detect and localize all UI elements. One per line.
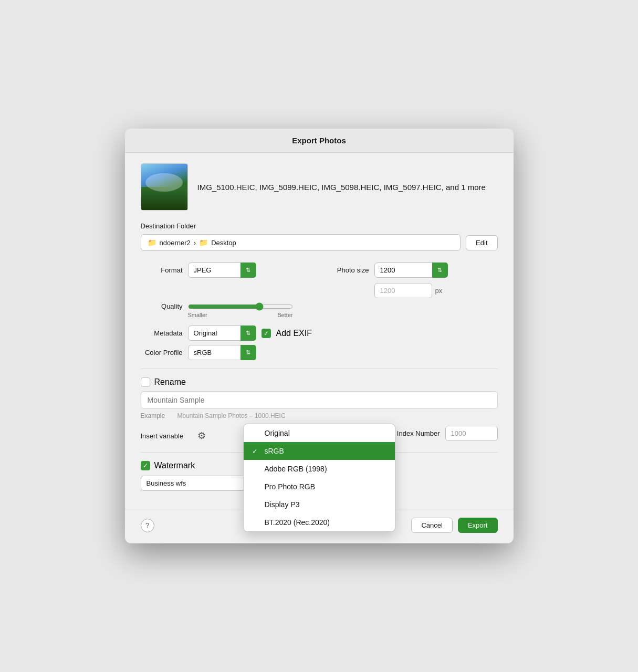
format-select[interactable]: JPEG PNG TIFF HEIF xyxy=(188,262,256,278)
thumbnail-image xyxy=(141,164,187,210)
quality-slider-labels: Smaller Better xyxy=(188,312,293,318)
px-field: 1200 px xyxy=(327,283,498,298)
photo-thumbnail xyxy=(141,163,188,211)
photo-size-field-row: Photo size 1200 ⇅ xyxy=(327,262,498,278)
dialog-title: Export Photos xyxy=(135,136,503,145)
dropdown-label-pro-photo: Pro Photo RGB xyxy=(265,482,316,491)
metadata-select-wrapper: Original ⇅ xyxy=(188,326,256,341)
photo-size-input-wrapper: 1200 ⇅ xyxy=(374,262,448,278)
footer-buttons: Cancel Export xyxy=(411,518,497,533)
file-names-label: IMG_5100.HEIC, IMG_5099.HEIC, IMG_5098.H… xyxy=(197,182,486,193)
folder-path: 📁 ndoerner2 › 📁 Desktop xyxy=(141,234,461,251)
quality-label: Quality xyxy=(141,302,183,310)
format-size-row: Format JPEG PNG TIFF HEIF ⇅ Photo size xyxy=(141,262,498,298)
insert-variable-row: Insert variable ⚙ xyxy=(141,430,206,442)
dropdown-label-srgb: sRGB xyxy=(265,447,284,455)
watermark-checkbox[interactable]: ✓ xyxy=(141,461,150,470)
photo-size-label: Photo size xyxy=(327,266,369,274)
cancel-button[interactable]: Cancel xyxy=(411,518,452,533)
first-index-section: First Index Number 1000 xyxy=(382,426,498,441)
watermark-label: Watermark xyxy=(154,461,195,470)
smaller-label: Smaller xyxy=(188,312,207,318)
example-label: Example xyxy=(141,412,172,419)
rename-input[interactable] xyxy=(141,391,498,409)
dropdown-label-display-p3: Display P3 xyxy=(265,500,300,509)
dropdown-item-pro-photo[interactable]: Pro Photo RGB xyxy=(244,478,395,496)
add-exif-checkbox[interactable]: ✓ xyxy=(262,329,271,338)
quality-slider-wrapper: Smaller Better xyxy=(188,302,293,318)
check-srgb: ✓ xyxy=(252,447,260,455)
export-dialog: Export Photos IMG_5100.HEIC, IMG_5099.HE… xyxy=(125,129,514,543)
destination-folder-row: 📁 ndoerner2 › 📁 Desktop Edit xyxy=(141,234,498,251)
rename-header: Rename xyxy=(141,377,498,387)
example-text: Mountain Sample Photos – 1000.HEIC xyxy=(177,412,286,419)
quality-row: Quality Smaller Better xyxy=(141,302,498,318)
color-profile-select[interactable]: sRGB xyxy=(188,345,256,360)
insert-variable-label: Insert variable xyxy=(141,432,193,440)
folder-desktop: Desktop xyxy=(211,239,236,247)
quality-right-col xyxy=(327,302,498,318)
dropdown-item-original[interactable]: Original xyxy=(244,424,395,442)
help-button[interactable]: ? xyxy=(141,519,154,532)
dropdown-label-original: Original xyxy=(265,429,290,437)
rename-label: Rename xyxy=(154,377,186,387)
color-profile-select-wrapper: sRGB ⇅ xyxy=(188,345,256,360)
better-label: Better xyxy=(277,312,292,318)
dialog-titlebar: Export Photos xyxy=(125,129,514,153)
header-section: IMG_5100.HEIC, IMG_5099.HEIC, IMG_5098.H… xyxy=(141,163,498,211)
format-label: Format xyxy=(141,266,183,274)
dropdown-item-bt2020[interactable]: BT.2020 (Rec.2020) xyxy=(244,513,395,531)
color-profile-row: Color Profile sRGB ⇅ Original ✓ sRGB xyxy=(141,345,498,360)
quality-col: Quality Smaller Better xyxy=(141,302,311,318)
dropdown-item-adobe-rgb[interactable]: Adobe RGB (1998) xyxy=(244,460,395,478)
dropdown-label-adobe-rgb: Adobe RGB (1998) xyxy=(265,465,327,473)
color-profile-dropdown: Original ✓ sRGB Adobe RGB (1998) Pro Pho… xyxy=(243,424,395,532)
photo-size-col: Photo size 1200 ⇅ 1200 px xyxy=(327,262,498,298)
dropdown-item-display-p3[interactable]: Display P3 xyxy=(244,496,395,513)
format-select-wrapper: JPEG PNG TIFF HEIF ⇅ xyxy=(188,262,256,278)
dropdown-label-bt2020: BT.2020 (Rec.2020) xyxy=(265,518,330,527)
format-col: Format JPEG PNG TIFF HEIF ⇅ xyxy=(141,262,311,298)
quality-slider[interactable] xyxy=(188,302,293,311)
color-profile-label: Color Profile xyxy=(141,349,183,356)
dialog-body: IMG_5100.HEIC, IMG_5099.HEIC, IMG_5098.H… xyxy=(125,153,514,501)
px-unit-label: px xyxy=(435,287,443,295)
rename-checkbox[interactable] xyxy=(141,377,150,387)
folder-icon-desktop: 📁 xyxy=(199,238,208,247)
metadata-label: Metadata xyxy=(141,329,183,337)
add-exif-label: Add EXIF xyxy=(276,329,312,338)
metadata-select[interactable]: Original xyxy=(188,326,256,341)
folder-separator: › xyxy=(194,239,196,247)
format-field-row: Format JPEG PNG TIFF HEIF ⇅ xyxy=(141,262,311,278)
px-input[interactable]: 1200 xyxy=(374,283,432,298)
photo-size-input[interactable]: 1200 xyxy=(374,262,448,278)
export-button[interactable]: Export xyxy=(458,518,498,533)
destination-label: Destination Folder xyxy=(141,222,498,230)
first-index-input[interactable]: 1000 xyxy=(445,426,498,441)
folder-icon-home: 📁 xyxy=(148,238,156,247)
quality-field: Quality Smaller Better xyxy=(141,302,311,318)
gear-icon[interactable]: ⚙ xyxy=(197,430,206,442)
divider-1 xyxy=(141,369,498,369)
metadata-row: Metadata Original ⇅ ✓ Add EXIF xyxy=(141,326,498,341)
example-row: Example Mountain Sample Photos – 1000.HE… xyxy=(141,412,498,419)
dropdown-item-srgb[interactable]: ✓ sRGB xyxy=(244,442,395,460)
destination-edit-button[interactable]: Edit xyxy=(466,235,497,250)
folder-user: ndoerner2 xyxy=(160,239,191,247)
